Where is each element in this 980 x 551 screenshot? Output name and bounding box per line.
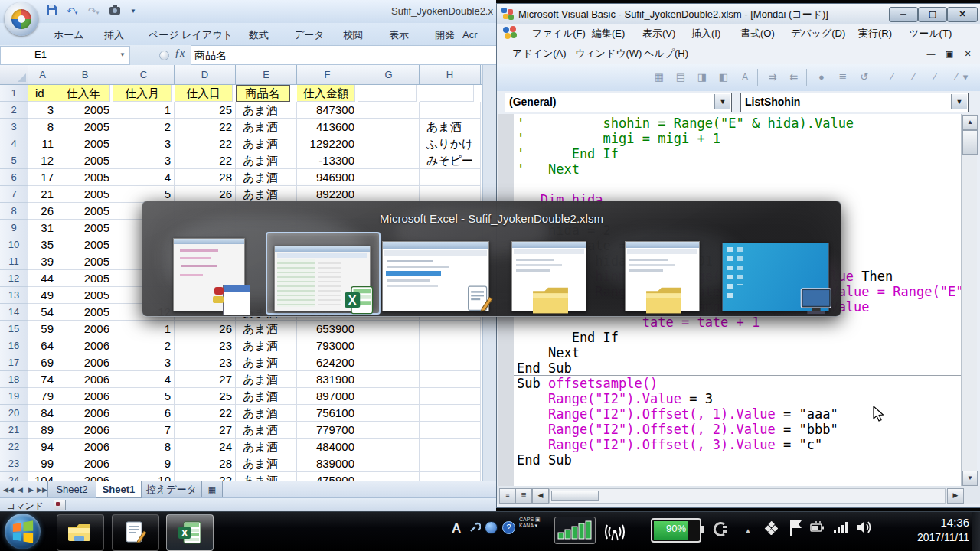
- toolbar-button-6[interactable]: ⇉: [763, 68, 782, 86]
- cell-E1[interactable]: 商品名: [236, 85, 290, 102]
- cell-H19[interactable]: [420, 388, 481, 405]
- cell-D3[interactable]: 22: [175, 119, 236, 135]
- taskbar-clock[interactable]: 14:36 2017/11/11: [917, 516, 969, 543]
- cell-G20[interactable]: [358, 405, 420, 422]
- vbe-menu-7[interactable]: 実行(R): [858, 27, 892, 41]
- ribbon-tab-5[interactable]: データ: [294, 27, 325, 44]
- cell-G4[interactable]: [358, 135, 420, 152]
- wireless-antenna-icon[interactable]: [603, 520, 626, 543]
- cell-E3[interactable]: あま酒: [236, 119, 297, 135]
- ribbon-tab-7[interactable]: 表示: [389, 27, 409, 44]
- procedure-dropdown-arrow-icon[interactable]: ▼: [951, 94, 967, 109]
- alt-tab-item-3-vbe-editor[interactable]: [379, 235, 492, 311]
- cell-H23[interactable]: [420, 455, 481, 472]
- vbe-menu-8[interactable]: ツール(T): [909, 27, 952, 41]
- vbe-title-bar[interactable]: Microsoft Visual Basic - Sufif_JyokenDou…: [497, 4, 980, 24]
- cell-D22[interactable]: 24: [175, 439, 236, 455]
- insert-function-icon[interactable]: ƒx: [175, 47, 185, 60]
- redo-icon[interactable]: ↷▾: [86, 5, 101, 18]
- mobile-signal-icon[interactable]: [833, 520, 848, 536]
- vscroll-thumb[interactable]: [962, 130, 978, 155]
- cell-C17[interactable]: 3: [113, 354, 175, 371]
- alt-tab-item-2-excel-workbook[interactable]: X: [266, 235, 379, 311]
- scroll-down-icon[interactable]: ▼: [962, 471, 978, 486]
- cell-B13[interactable]: 2005: [57, 287, 113, 304]
- cell-G1[interactable]: [358, 85, 416, 102]
- vbe-menu-6[interactable]: デバッグ(D): [791, 27, 845, 41]
- cell-F4[interactable]: 1292200: [297, 135, 358, 152]
- cell-B19[interactable]: 2006: [57, 388, 113, 405]
- cell-B15[interactable]: 2006: [57, 321, 113, 337]
- vbe-menu-10[interactable]: ウィンドウ(W): [575, 47, 642, 60]
- cell-D24[interactable]: 22: [175, 472, 236, 481]
- cell-E15[interactable]: あま酒: [236, 321, 297, 337]
- cell-F21[interactable]: 779700: [297, 422, 358, 439]
- taskbar-excel-button[interactable]: X: [166, 514, 214, 551]
- cell-C1[interactable]: 仕入月: [113, 85, 172, 102]
- cell-G3[interactable]: [358, 119, 420, 135]
- battery-meter[interactable]: 90%: [651, 518, 701, 543]
- cell-D18[interactable]: 27: [175, 371, 236, 388]
- cell-H18[interactable]: [420, 371, 481, 388]
- sheet-tab-Sheet1[interactable]: Sheet1: [96, 481, 142, 498]
- row-header-6[interactable]: 6: [0, 169, 28, 186]
- cell-F16[interactable]: 793000: [297, 337, 358, 354]
- cell-C15[interactable]: 1: [113, 321, 175, 337]
- alt-tab-item-1-calendar-app[interactable]: [152, 235, 266, 311]
- cell-E16[interactable]: あま酒: [236, 337, 297, 354]
- cell-B14[interactable]: 2005: [57, 304, 113, 321]
- row-header-1[interactable]: 1: [0, 85, 28, 102]
- cell-G15[interactable]: [358, 321, 420, 337]
- cell-E4[interactable]: あま酒: [236, 135, 297, 152]
- row-header-15[interactable]: 15: [0, 321, 28, 337]
- cell-B12[interactable]: 2005: [57, 270, 113, 287]
- cell-F18[interactable]: 831900: [297, 371, 358, 388]
- cell-E17[interactable]: あま酒: [236, 354, 297, 371]
- vbe-menu-3[interactable]: 表示(V): [642, 27, 675, 41]
- vbe-menu-1[interactable]: ファイル(F): [532, 27, 586, 41]
- cell-C4[interactable]: 3: [113, 135, 175, 152]
- cell-D6[interactable]: 28: [175, 169, 236, 186]
- cell-F6[interactable]: 946900: [297, 169, 358, 186]
- close-button[interactable]: ✕: [947, 7, 978, 22]
- cell-B7[interactable]: 2005: [57, 186, 113, 203]
- start-button[interactable]: [5, 514, 41, 549]
- cell-E18[interactable]: あま酒: [236, 371, 297, 388]
- cell-D19[interactable]: 25: [175, 388, 236, 405]
- taskbar-notepad-button[interactable]: [112, 514, 159, 551]
- cell-G6[interactable]: [358, 169, 420, 186]
- first-sheet-icon[interactable]: ◀◀: [3, 484, 13, 495]
- vbe-menu-5[interactable]: 書式(O): [740, 27, 775, 41]
- mdi-minimize-icon[interactable]: —: [923, 48, 939, 60]
- alt-tab-item-6-desktop[interactable]: [719, 235, 832, 311]
- row-header-4[interactable]: 4: [0, 135, 28, 152]
- row-header-22[interactable]: 22: [0, 439, 28, 455]
- office-button[interactable]: [5, 2, 38, 36]
- prev-sheet-icon[interactable]: ◀: [15, 484, 25, 495]
- cell-F15[interactable]: 653900: [297, 321, 358, 337]
- tray-expand-icon[interactable]: ▲: [744, 524, 752, 536]
- ribbon-tab-6[interactable]: 校閲: [343, 27, 363, 44]
- camera-icon[interactable]: [107, 5, 122, 18]
- cell-B6[interactable]: 2005: [57, 169, 113, 186]
- cell-H15[interactable]: [420, 321, 481, 337]
- row-header-12[interactable]: 12: [0, 270, 28, 287]
- cell-H2[interactable]: [420, 102, 481, 119]
- cell-H24[interactable]: [420, 472, 481, 481]
- cell-D23[interactable]: 28: [175, 455, 236, 472]
- vbe-menu-4[interactable]: 挿入(I): [691, 27, 720, 41]
- code-vscrollbar[interactable]: ▲ ▼: [961, 114, 977, 486]
- row-header-10[interactable]: 10: [0, 236, 28, 253]
- toolbar-button-12[interactable]: ∕: [904, 68, 923, 86]
- row-header-17[interactable]: 17: [0, 354, 28, 371]
- toolbar-button-7[interactable]: ⇇: [785, 68, 803, 86]
- action-center-flag-icon[interactable]: [789, 520, 802, 539]
- cell-E24[interactable]: あま酒: [236, 472, 297, 481]
- undo-icon[interactable]: ↶▾: [64, 5, 80, 18]
- cell-D21[interactable]: 27: [175, 422, 236, 439]
- cell-H16[interactable]: [420, 337, 481, 354]
- hscroll-thumb[interactable]: [551, 491, 599, 501]
- procedure-view-icon[interactable]: ≡: [499, 488, 516, 504]
- cell-E23[interactable]: あま酒: [236, 455, 297, 472]
- cell-B18[interactable]: 2006: [57, 371, 113, 388]
